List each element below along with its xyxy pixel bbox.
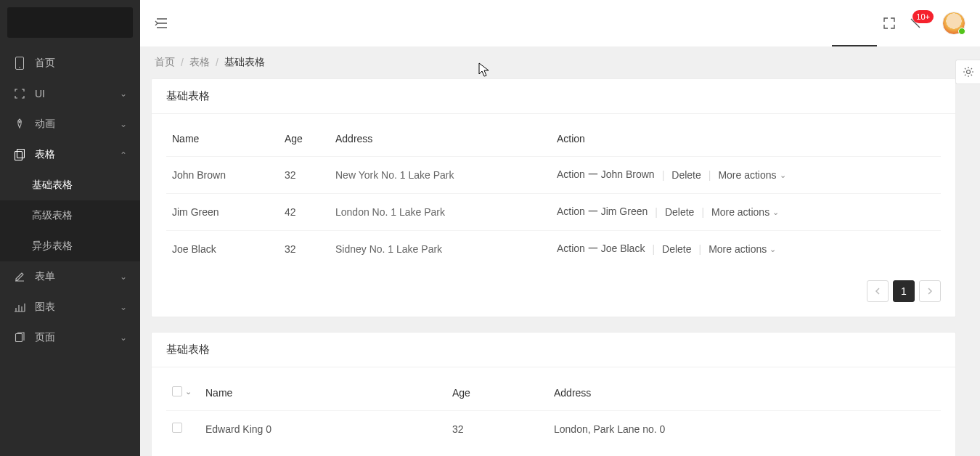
sidebar-item-tables[interactable]: 表格 ⌄	[0, 139, 140, 170]
sidebar-item-label: 图表	[35, 301, 55, 314]
divider: |	[662, 169, 665, 181]
sidebar-subitem-async-table[interactable]: 异步表格	[0, 231, 140, 261]
sidebar-item-form[interactable]: 表单 ⌄	[0, 261, 140, 292]
cell-name: Edward King 0	[200, 411, 446, 447]
more-actions-dropdown[interactable]: More actions ⌄	[718, 169, 785, 181]
sidebar-item-label: 页面	[35, 331, 55, 344]
divider: |	[655, 206, 658, 218]
sidebar-item-label: 动画	[35, 118, 55, 131]
breadcrumb-tables[interactable]: 表格	[189, 56, 210, 69]
col-select-all[interactable]: ⌄	[166, 375, 200, 411]
svg-rect-5	[16, 334, 23, 342]
cell-actions: Action 一 John Brown | Delete | More acti…	[551, 157, 941, 194]
cell-age: 42	[279, 194, 330, 231]
delete-link[interactable]: Delete	[665, 206, 694, 218]
sidebar-item-label: 首页	[35, 57, 55, 70]
cell-address: London, Park Lane no. 0	[548, 411, 941, 447]
main-scroll[interactable]: 基础表格 Name Age Address Action J	[140, 78, 967, 456]
edit-icon	[13, 271, 26, 282]
svg-rect-4	[15, 152, 23, 160]
basic-table-1: Name Age Address Action John Brown 32 Ne…	[166, 121, 941, 267]
active-tab-indicator	[832, 45, 877, 46]
more-actions-dropdown[interactable]: More actions ⌄	[711, 206, 779, 218]
chevron-down-icon: ⌄	[120, 119, 127, 129]
col-action: Action	[551, 121, 941, 157]
collapse-menu-icon[interactable]	[155, 17, 169, 30]
logo	[7, 7, 133, 38]
divider: |	[701, 206, 704, 218]
breadcrumb: 首页 / 表格 / 基础表格	[140, 46, 980, 78]
action-link[interactable]: Action 一 John Brown	[557, 168, 655, 182]
svg-rect-3	[17, 150, 25, 158]
card-basic-table-2: 基础表格 ⌄ Nam	[151, 332, 956, 456]
cell-age: 32	[279, 157, 330, 194]
settings-drawer-trigger[interactable]	[955, 60, 980, 84]
checkbox-icon[interactable]	[172, 423, 182, 433]
cell-select[interactable]	[166, 411, 200, 447]
cell-age: 32	[446, 411, 548, 447]
chevron-down-icon: ⌄	[780, 171, 786, 180]
rocket-icon	[13, 118, 26, 130]
table-row: Jim Green 42 London No. 1 Lake Park Acti…	[166, 194, 941, 231]
sidebar-item-chart[interactable]: 图表 ⌄	[0, 292, 140, 322]
cell-address: New York No. 1 Lake Park	[330, 157, 551, 194]
avatar[interactable]	[942, 12, 965, 35]
sidebar-item-label: 异步表格	[32, 240, 73, 253]
breadcrumb-separator: /	[216, 57, 219, 68]
chevron-down-icon: ⌄	[120, 302, 127, 312]
action-link[interactable]: Action 一 Jim Green	[557, 205, 648, 219]
sidebar-submenu-tables: 基础表格 高级表格 异步表格	[0, 170, 140, 261]
sidebar-item-animation[interactable]: 动画 ⌄	[0, 109, 140, 139]
cell-name: John Brown	[166, 157, 279, 194]
sidebar-item-label: 表单	[35, 270, 55, 283]
cell-actions: Action 一 Joe Black | Delete | More actio…	[551, 231, 941, 268]
col-address: Address	[330, 121, 551, 157]
main-menu: 首页 UI ⌄ 动画 ⌄ 表格 ⌄	[0, 48, 140, 456]
more-actions-dropdown[interactable]: More actions ⌄	[709, 243, 776, 255]
sidebar-item-ui[interactable]: UI ⌄	[0, 78, 140, 109]
col-age: Age	[446, 375, 548, 411]
cell-name: Joe Black	[166, 231, 279, 268]
col-name: Name	[166, 121, 279, 157]
sidebar-item-label: UI	[35, 88, 45, 99]
divider: |	[699, 243, 702, 255]
chevron-down-icon: ⌄	[120, 272, 127, 282]
table-row: Joe Black 32 Sidney No. 1 Lake Park Acti…	[166, 231, 941, 268]
chevron-down-icon: ⌄	[772, 208, 779, 217]
sidebar-item-label: 高级表格	[32, 209, 73, 222]
col-address: Address	[548, 375, 941, 411]
delete-link[interactable]: Delete	[671, 169, 701, 181]
fullscreen-icon[interactable]	[883, 17, 896, 30]
action-link[interactable]: Action 一 Joe Black	[557, 243, 645, 256]
basic-table-2: ⌄ Name Age Address Edward King 0 32 Lond…	[166, 375, 941, 447]
page-next[interactable]	[919, 280, 941, 302]
cell-address: Sidney No. 1 Lake Park	[330, 231, 551, 268]
breadcrumb-home[interactable]: 首页	[155, 56, 175, 69]
sidebar-subitem-basic-table[interactable]: 基础表格	[0, 170, 140, 200]
cell-address: London No. 1 Lake Park	[330, 194, 551, 231]
card-title: 基础表格	[152, 333, 955, 367]
switcher-icon	[13, 332, 26, 343]
checkbox-icon[interactable]	[172, 386, 182, 396]
notification-icon[interactable]: 10+	[909, 17, 922, 30]
sidebar-item-label: 基础表格	[32, 179, 73, 192]
svg-point-1	[19, 67, 20, 68]
sidebar-subitem-advanced-table[interactable]: 高级表格	[0, 200, 140, 231]
page-prev[interactable]	[867, 280, 889, 302]
scan-icon	[13, 88, 26, 99]
page-1[interactable]: 1	[893, 280, 915, 302]
card-basic-table-1: 基础表格 Name Age Address Action J	[151, 78, 956, 317]
chevron-down-icon[interactable]: ⌄	[185, 387, 192, 396]
pagination: 1	[166, 280, 941, 302]
sidebar-item-page[interactable]: 页面 ⌄	[0, 322, 140, 353]
breadcrumb-current: 基础表格	[224, 56, 265, 69]
delete-link[interactable]: Delete	[662, 243, 691, 255]
cell-age: 32	[279, 231, 330, 268]
sidebar-item-label: 表格	[35, 148, 55, 161]
svg-point-2	[19, 121, 20, 123]
header: 10+	[140, 0, 980, 46]
chevron-up-icon: ⌄	[120, 150, 127, 160]
content-area: 10+ 首页 / 表格 / 基础表格 基础表格	[140, 0, 980, 456]
sidebar: 首页 UI ⌄ 动画 ⌄ 表格 ⌄	[0, 0, 140, 456]
sidebar-item-home[interactable]: 首页	[0, 48, 140, 78]
